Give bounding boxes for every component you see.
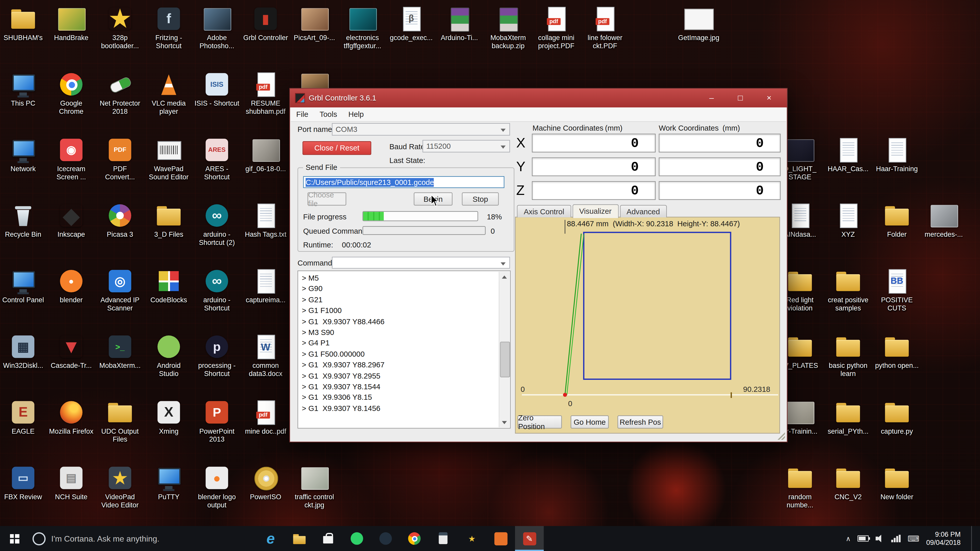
desktop-icon-this-pc[interactable]: This PC	[0, 71, 45, 107]
desktop-icon-traffic-control-ckt[interactable]: traffic control ckt.jpg	[292, 464, 337, 509]
show-desktop-button[interactable]	[971, 526, 975, 551]
edge-icon[interactable]: e	[256, 526, 285, 551]
desktop-icon-gcode-exec[interactable]: β gcode_exec...	[389, 5, 434, 42]
window-titlebar[interactable]: Grbl Controller 3.6.1 –□×	[290, 89, 787, 107]
desktop-icon-arduino-shortcut[interactable]: ∞ arduino - Shortcut	[194, 267, 239, 312]
desktop-icon-vlc[interactable]: VLC media player	[146, 71, 191, 116]
tab-axis-control[interactable]: Axis Control	[517, 205, 571, 218]
desktop-icon-ares[interactable]: ARES ARES - Shortcut	[194, 136, 239, 181]
desktop-icon-basic-python-learn[interactable]: basic python learn	[826, 333, 870, 378]
desktop-icon-cnc-v2[interactable]: CNC_V2	[826, 464, 870, 501]
log-scrollbar[interactable]	[499, 272, 509, 427]
desktop-icon-recycle-bin[interactable]: Recycle Bin	[0, 202, 45, 238]
desktop-icon-hash-tags[interactable]: Hash Tags.txt	[243, 202, 288, 238]
desktop-icon-network[interactable]: Network	[0, 136, 45, 173]
go-home-button[interactable]: Go Home	[571, 416, 609, 429]
desktop-icon-resume-pdf[interactable]: pdf RESUME shubham.pdf	[243, 71, 288, 116]
desktop-icon-picsart-image[interactable]: PicsArt_09-...	[292, 5, 337, 42]
desktop-icon-cascade-trainer[interactable]: ▼ Cascade-Tr...	[49, 333, 94, 370]
stop-button[interactable]: Stop	[462, 192, 499, 205]
desktop-icon-icecream-recorder[interactable]: ◉ Icecream Screen ...	[49, 136, 94, 181]
whatsapp-icon[interactable]	[342, 526, 371, 551]
desktop-icon-python-open[interactable]: python open...	[874, 333, 919, 370]
port-select[interactable]: COM3	[332, 123, 510, 135]
desktop-icon-fbx-review[interactable]: ▭ FBX Review	[0, 464, 45, 501]
desktop-icon-pdf-converter[interactable]: PDF PDF Convert...	[97, 136, 142, 181]
desktop-icon-xming[interactable]: X Xming	[146, 399, 191, 435]
orange-app-icon[interactable]	[486, 526, 515, 551]
close-button[interactable]: ×	[759, 92, 780, 105]
desktop-icon-serial-pyth[interactable]: serial_PYth...	[826, 399, 870, 435]
desktop-icon-gif-file[interactable]: gif_06-18-0...	[243, 136, 288, 173]
desktop-icon-isis[interactable]: ISIS ISIS - Shortcut	[194, 71, 239, 107]
desktop-icon-common-data3[interactable]: W common data3.docx	[243, 333, 288, 378]
desktop-icon-328p-bootloader[interactable]: ★ 328p bootloader...	[97, 5, 142, 50]
desktop-icon-udc-output-files[interactable]: UDC Output Files	[97, 399, 142, 443]
maximize-button[interactable]: □	[730, 92, 751, 105]
desktop-icon-new-folder[interactable]: New folder	[874, 464, 919, 501]
desktop-icon-folder[interactable]: Folder	[874, 202, 919, 238]
command-input[interactable]	[332, 257, 510, 269]
tab-advanced[interactable]: Advanced	[620, 205, 667, 218]
desktop-icon-putty[interactable]: PuTTY	[146, 464, 191, 501]
desktop-icon-net-protector[interactable]: Net Protector 2018	[97, 71, 142, 116]
desktop-icon-advanced-ip-scanner[interactable]: ◎ Advanced IP Scanner	[97, 267, 142, 312]
desktop-icon-blender-logo-output[interactable]: ● blender logo output	[194, 464, 239, 509]
tab-visualizer[interactable]: Visualizer	[572, 204, 618, 218]
desktop-icon-haar-cas[interactable]: HAAR_Cas...	[826, 136, 870, 173]
task-view-button[interactable]	[228, 526, 256, 551]
desktop-icon-line-follower-ckt[interactable]: pdf line folower ckt.PDF	[582, 5, 627, 50]
baud-rate-select[interactable]: 115200	[423, 140, 510, 152]
desktop-icon-control-panel[interactable]: Control Panel	[0, 267, 45, 304]
wifi-icon[interactable]	[891, 535, 901, 542]
taskbar-clock[interactable]: 9:06 PM 09/04/2018	[926, 530, 961, 547]
scrollbar-thumb[interactable]	[500, 342, 510, 377]
desktop-icon-capture-py[interactable]: capture.py	[874, 399, 919, 435]
desktop-icon-nch-suite[interactable]: ▤ NCH Suite	[49, 464, 94, 501]
desktop-icon-picasa[interactable]: Picasa 3	[97, 202, 142, 238]
desktop-icon-mercedes[interactable]: mercedes-...	[921, 202, 966, 238]
desktop-icon-processing[interactable]: p processing - Shortcut	[194, 333, 239, 378]
file-path-input[interactable]: C:/Users/Public/squre213_0001.gcode	[303, 176, 504, 188]
photoscape-icon[interactable]: ★	[458, 526, 487, 551]
desktop-icon-fritzing[interactable]: f Fritzing - Shortcut	[146, 5, 191, 50]
menu-file[interactable]: File	[291, 108, 314, 121]
desktop-icon-codeblocks[interactable]: CodeBlocks	[146, 267, 191, 304]
cortana-search[interactable]: I'm Cortana. Ask me anything.	[29, 526, 228, 551]
chrome-icon[interactable]	[400, 526, 429, 551]
photos-app-icon[interactable]	[371, 526, 400, 551]
battery-icon[interactable]	[858, 535, 869, 541]
scroll-down-icon[interactable]	[500, 417, 509, 427]
calculator-icon[interactable]	[429, 526, 458, 551]
menu-help[interactable]: Help	[343, 108, 369, 121]
desktop-icon-grbl-controller[interactable]: ▮ Grbl Controller	[243, 5, 288, 42]
speaker-icon[interactable]	[876, 535, 884, 542]
desktop-icon-adobe-photoshop[interactable]: Adobe Photosho...	[194, 5, 239, 50]
desktop-icon-eagle[interactable]: E EAGLE	[0, 399, 45, 435]
desktop-icon-captureima[interactable]: captureima...	[243, 267, 288, 304]
desktop-icon-google-chrome[interactable]: Google Chrome	[49, 71, 94, 116]
desktop-icon-mine-doc[interactable]: pdf mine doc..pdf	[243, 399, 288, 435]
refresh-pos-button[interactable]: Refresh Pos	[617, 416, 663, 429]
desktop-icon-blender[interactable]: ● blender	[49, 267, 94, 304]
desktop-icon-3d-files[interactable]: 3_D Files	[146, 202, 191, 238]
tray-overflow-icon[interactable]: ∧	[846, 534, 851, 543]
desktop-icon-mobaxterm-backup[interactable]: MobaXterm backup.zip	[486, 5, 531, 50]
desktop-icon-positive-cuts[interactable]: BB POSITIVE CUTS	[874, 267, 919, 312]
desktop-icon-poweriso[interactable]: PowerISO	[243, 464, 288, 501]
desktop-icon-win32disk[interactable]: ▦ Win32Diskl...	[0, 333, 45, 370]
desktop-icon-shubhams[interactable]: SHUBHAM's	[0, 5, 45, 42]
start-button[interactable]	[0, 526, 29, 551]
menu-tools[interactable]: Tools	[314, 108, 343, 121]
desktop-icon-creat-positive-samples[interactable]: creat positive samples	[826, 267, 870, 312]
close-reset-button[interactable]: Close / Reset	[302, 141, 371, 155]
desktop-icon-arduino-shortcut-2[interactable]: ∞ arduino - Shortcut (2)	[194, 202, 239, 247]
desktop-icon-haar-training[interactable]: Haar-Training	[874, 136, 919, 173]
minimize-button[interactable]: –	[701, 92, 722, 105]
command-log[interactable]: > M5> G90> G21> G1 F1000> G1 X9.9307 Y88…	[298, 270, 511, 429]
desktop-icon-xyz[interactable]: XYZ	[826, 202, 870, 238]
desktop-icon-mozilla-firefox[interactable]: Mozilla Firefox	[49, 399, 94, 435]
desktop-icon-arduino-ti-archive[interactable]: Arduino-Ti...	[437, 5, 482, 42]
desktop-icon-electronics-texture[interactable]: electronics tffgffgextur...	[340, 5, 385, 50]
desktop-icon-android-studio[interactable]: Android Studio	[146, 333, 191, 378]
